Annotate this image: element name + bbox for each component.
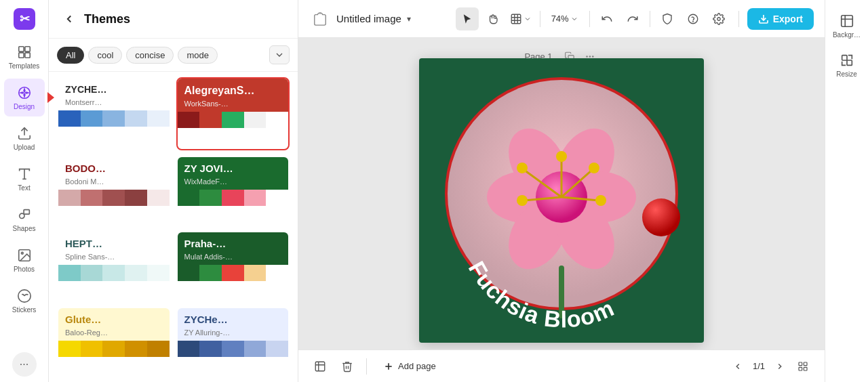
svg-rect-5 xyxy=(24,52,29,57)
filter-all[interactable]: All xyxy=(57,47,84,64)
editor-topbar: Untitled image ▾ 74% xyxy=(298,0,825,38)
background-label: Backgr… xyxy=(833,31,861,39)
export-label: Export xyxy=(773,14,803,24)
sidebar-item-upload[interactable]: Upload xyxy=(4,119,45,157)
sidebar-upload-label: Upload xyxy=(14,144,35,151)
more-icon: ··· xyxy=(20,358,28,370)
svg-point-22 xyxy=(592,56,594,58)
bottom-bar: Add page 1/1 xyxy=(298,349,825,382)
filter-more-button[interactable] xyxy=(269,45,290,64)
filter-bar: All cool concise mode xyxy=(49,39,298,72)
delete-page-button[interactable] xyxy=(336,356,358,377)
sidebar-design-label: Design xyxy=(14,103,35,110)
help-button[interactable] xyxy=(682,7,705,30)
sidebar-text-label: Text xyxy=(18,184,30,192)
svg-point-17 xyxy=(717,17,720,20)
svg-rect-4 xyxy=(18,52,23,57)
canvas-area: Page 1 xyxy=(298,38,825,349)
right-panel-resize[interactable]: Resize xyxy=(828,47,866,84)
sidebar-item-photos[interactable]: Photos xyxy=(4,241,45,279)
svg-rect-14 xyxy=(511,14,521,24)
doc-icon xyxy=(309,8,331,30)
bottom-divider-1 xyxy=(366,358,367,375)
theme-card-t6[interactable]: Praha-… Mulat Addis-… xyxy=(176,231,290,301)
sidebar-item-shapes[interactable]: Shapes xyxy=(4,200,45,238)
svg-rect-11 xyxy=(24,209,29,213)
select-tool-button[interactable] xyxy=(456,7,479,30)
page-navigation: 1/1 xyxy=(728,356,814,377)
svg-rect-48 xyxy=(799,362,802,366)
back-button[interactable] xyxy=(60,9,79,28)
sidebar-stickers-label: Stickers xyxy=(12,306,37,314)
theme-card-t7[interactable]: Glute… Baloo-Reg… xyxy=(57,307,171,377)
theme-card-t5[interactable]: HEPT… Spline Sans-… xyxy=(57,231,171,301)
active-indicator-arrow xyxy=(47,92,54,103)
divider-2 xyxy=(589,11,590,27)
svg-rect-51 xyxy=(804,367,807,370)
theme-card-t3[interactable]: BODO… Bodoni M… xyxy=(57,156,171,226)
zoom-value: 74% xyxy=(551,14,569,24)
svg-rect-53 xyxy=(842,56,846,60)
page-counter: 1/1 xyxy=(750,361,768,371)
add-page-button[interactable]: Add page xyxy=(375,357,444,376)
canvas-content: Fuchsia Bloom xyxy=(419,58,704,343)
svg-point-16 xyxy=(692,21,693,22)
resize-label: Resize xyxy=(836,70,857,79)
redo-button[interactable] xyxy=(621,7,644,30)
svg-text:✂: ✂ xyxy=(19,12,30,26)
svg-point-40 xyxy=(517,163,528,173)
doc-title-chevron[interactable]: ▾ xyxy=(407,14,411,24)
doc-title[interactable]: Untitled image xyxy=(336,13,401,24)
divider-4 xyxy=(738,11,739,27)
sidebar-item-stickers[interactable]: Stickers xyxy=(4,282,45,320)
svg-rect-45 xyxy=(315,362,325,371)
expand-button[interactable] xyxy=(792,356,814,377)
sidebar-item-text[interactable]: Text xyxy=(4,160,45,198)
hand-tool-button[interactable] xyxy=(481,7,505,30)
svg-point-34 xyxy=(556,151,567,162)
svg-rect-50 xyxy=(799,367,802,370)
svg-rect-2 xyxy=(18,46,23,51)
filter-concise[interactable]: concise xyxy=(126,47,174,64)
filter-cool[interactable]: cool xyxy=(88,47,122,64)
svg-rect-54 xyxy=(847,60,852,65)
sidebar-templates-label: Templates xyxy=(9,62,40,70)
prev-page-button[interactable] xyxy=(728,357,747,376)
themes-panel: Themes All cool concise mode ZYCHE… Mont… xyxy=(49,0,298,382)
undo-button[interactable] xyxy=(595,7,618,30)
filter-mode[interactable]: mode xyxy=(178,47,218,64)
topbar-tools: 74% xyxy=(456,7,730,30)
zoom-control[interactable]: 74% xyxy=(546,7,584,30)
sidebar-item-templates[interactable]: Templates xyxy=(4,38,45,76)
right-panel: Backgr… Resize xyxy=(825,0,868,382)
svg-point-43 xyxy=(642,198,680,236)
add-page-label: Add page xyxy=(398,361,436,371)
sidebar-more-button[interactable]: ··· xyxy=(12,352,37,377)
sidebar-left: ✂ Templates Design Upload xyxy=(0,0,49,382)
themes-title: Themes xyxy=(84,12,130,26)
svg-point-36 xyxy=(589,163,599,173)
shield-button[interactable] xyxy=(656,7,679,30)
sidebar-item-design[interactable]: Design xyxy=(4,79,45,116)
svg-point-13 xyxy=(21,252,23,254)
frame-tool-button[interactable] xyxy=(507,7,534,30)
canvas-card[interactable]: Fuchsia Bloom xyxy=(419,58,704,343)
theme-card-t4[interactable]: ZY JOVI… WixMadeF… xyxy=(176,156,290,226)
app-logo[interactable]: ✂ xyxy=(11,5,38,33)
divider-3 xyxy=(650,11,650,27)
svg-point-21 xyxy=(589,56,591,58)
svg-rect-52 xyxy=(841,16,852,27)
add-page-icon-button[interactable] xyxy=(309,356,331,377)
editor-area: Untitled image ▾ 74% xyxy=(298,0,825,382)
settings-button[interactable] xyxy=(707,7,730,30)
theme-card-t8[interactable]: ZYCHe… ZY Alluring-… xyxy=(176,307,290,377)
theme-card-t1[interactable]: ZYCHE… Montserr… xyxy=(57,77,171,131)
svg-point-20 xyxy=(586,56,588,58)
next-page-button[interactable] xyxy=(770,357,789,376)
export-button[interactable]: Export xyxy=(747,8,814,30)
right-panel-background[interactable]: Backgr… xyxy=(828,8,866,45)
theme-card-t2[interactable]: AlegreyanS… WorkSans-… xyxy=(176,77,290,150)
sidebar-photos-label: Photos xyxy=(14,266,35,273)
svg-point-42 xyxy=(517,195,528,206)
svg-rect-3 xyxy=(24,46,29,51)
